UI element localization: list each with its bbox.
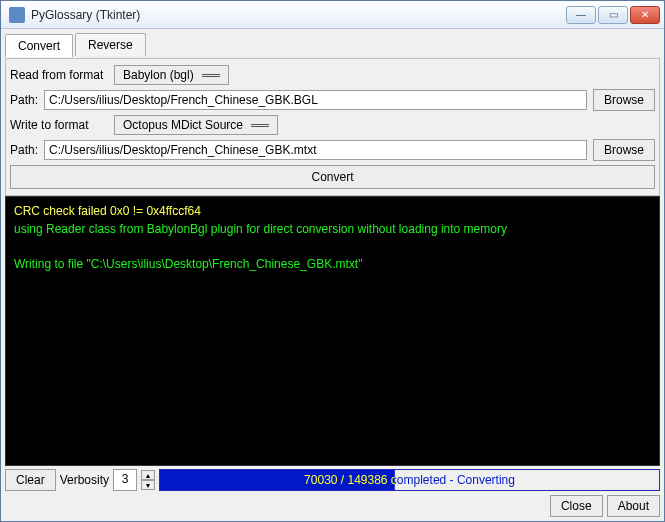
- tab-convert[interactable]: Convert: [5, 34, 73, 57]
- browse-read-button[interactable]: Browse: [593, 89, 655, 111]
- log-line: Writing to file "C:\Users\ilius\Desktop\…: [14, 257, 362, 271]
- browse-write-button[interactable]: Browse: [593, 139, 655, 161]
- write-format-label: Write to format: [10, 118, 108, 132]
- app-window: PyGlossary (Tkinter) — ▭ ✕ Convert Rever…: [0, 0, 665, 522]
- log-line: CRC check failed 0x0 != 0x4ffccf64: [14, 204, 201, 218]
- dropdown-indicator-icon: [202, 74, 220, 77]
- titlebar: PyGlossary (Tkinter) — ▭ ✕: [1, 1, 664, 29]
- convert-button[interactable]: Convert: [10, 165, 655, 189]
- convert-panel: Read from format Babylon (bgl) Path: Bro…: [5, 58, 660, 196]
- minimize-button[interactable]: —: [566, 6, 596, 24]
- status-bar: Clear Verbosity 3 ▲ ▼ 70030 / 149386 com…: [5, 469, 660, 491]
- tab-reverse[interactable]: Reverse: [75, 33, 146, 56]
- read-path-label: Path:: [10, 93, 38, 107]
- close-window-button[interactable]: ✕: [630, 6, 660, 24]
- close-button[interactable]: Close: [550, 495, 603, 517]
- progress-bar: 70030 / 149386 completed - Converting 70…: [159, 469, 660, 491]
- verbosity-spinner[interactable]: ▲ ▼: [141, 470, 155, 490]
- write-format-value: Octopus MDict Source: [123, 118, 243, 132]
- dropdown-indicator-icon: [251, 124, 269, 127]
- app-icon: [9, 7, 25, 23]
- write-path-input[interactable]: [44, 140, 587, 160]
- maximize-button[interactable]: ▭: [598, 6, 628, 24]
- spinner-up-icon[interactable]: ▲: [141, 470, 155, 480]
- verbosity-label: Verbosity: [60, 473, 109, 487]
- window-title: PyGlossary (Tkinter): [31, 8, 564, 22]
- about-button[interactable]: About: [607, 495, 660, 517]
- log-terminal: CRC check failed 0x0 != 0x4ffccf64 using…: [5, 196, 660, 466]
- read-format-select[interactable]: Babylon (bgl): [114, 65, 229, 85]
- read-path-input[interactable]: [44, 90, 587, 110]
- write-format-select[interactable]: Octopus MDict Source: [114, 115, 278, 135]
- bottom-buttons: Close About: [5, 495, 660, 517]
- tabs-strip: Convert Reverse: [5, 33, 660, 56]
- verbosity-value[interactable]: 3: [113, 469, 137, 491]
- read-format-value: Babylon (bgl): [123, 68, 194, 82]
- clear-button[interactable]: Clear: [5, 469, 56, 491]
- log-line: using Reader class from BabylonBgl plugi…: [14, 222, 507, 236]
- write-path-label: Path:: [10, 143, 38, 157]
- read-format-label: Read from format: [10, 68, 108, 82]
- content-area: Convert Reverse Read from format Babylon…: [1, 29, 664, 521]
- spinner-down-icon[interactable]: ▼: [141, 480, 155, 490]
